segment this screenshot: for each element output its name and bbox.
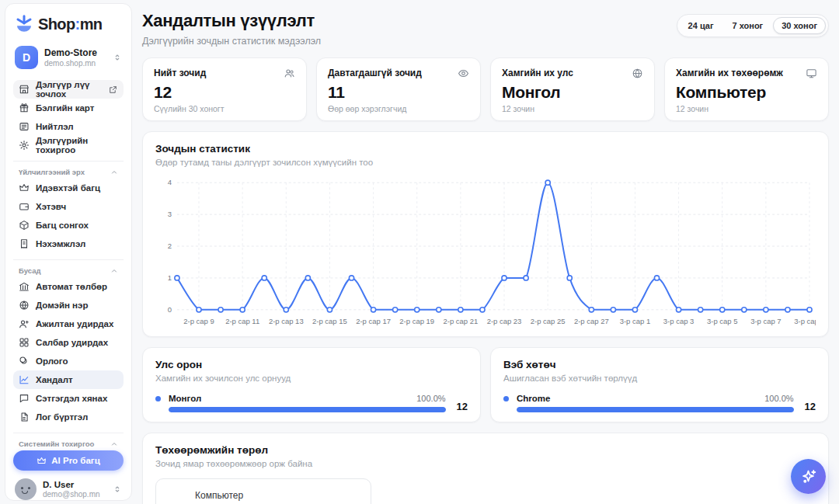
stat-value: 12: [154, 83, 295, 102]
sidebar-item-label: Автомат төлбөр: [36, 282, 107, 291]
store-switcher[interactable]: D Demo-Store demo.shop.mn: [13, 44, 124, 71]
sidebar-item-wallet[interactable]: Хэтэвч: [13, 197, 124, 216]
stat-sub: Сүүлийн 30 хоногт: [154, 104, 295, 113]
globe-icon: [19, 300, 30, 311]
sidebar-item-label: Салбар удирдах: [36, 338, 108, 347]
sidebar-item-active-plan[interactable]: Идэвхтэй багц: [13, 179, 124, 197]
gift-icon: [19, 103, 30, 113]
chevron-up-icon: [110, 440, 118, 448]
crown-icon: [37, 456, 47, 466]
svg-text:3-р сар 9: 3-р сар 9: [794, 317, 816, 325]
browser-row: Chrome 100.0% 12: [503, 393, 816, 412]
svg-text:2-р сар 17: 2-р сар 17: [356, 317, 391, 325]
sidebar-item-review-comments[interactable]: Сэтгэгдэл хянах: [13, 389, 124, 408]
ai-assistant-fab[interactable]: [791, 459, 826, 494]
sparkles-icon: [799, 468, 818, 486]
section-title: Үйлчилгээний эрх: [19, 168, 85, 176]
external-link-icon: [108, 85, 118, 95]
card-title: Төхөөрөмжийн төрөл: [155, 444, 816, 456]
card-subtitle: Ашигласан вэб хөтчийн төрлүүд: [503, 374, 816, 383]
progress-track: [517, 407, 794, 412]
country-name: Монгол: [169, 394, 201, 403]
sidebar-item-label: Хандалт: [36, 375, 73, 384]
device-tile-label: Компьютер: [195, 490, 243, 501]
sidebar-item-income[interactable]: Орлого: [13, 352, 124, 370]
sidebar-item-domain-name[interactable]: Домэйн нэр: [13, 296, 124, 315]
sidebar-item-posts[interactable]: Нийтлэл: [13, 117, 124, 136]
users-icon: [284, 68, 295, 79]
sidebar-item-label: Нэхэмжлэл: [36, 239, 85, 249]
sidebar-item-label: Идэвхтэй багц: [36, 183, 100, 193]
browser-percent: 100.0%: [764, 394, 793, 403]
sidebar-item-manage-staff[interactable]: Ажилтан удирдах: [13, 315, 124, 333]
stat-cards: Нийт зочид 12 Сүүлийн 30 хоногт Давтагда…: [142, 57, 829, 121]
sidebar: Shop:mn D Demo-Store demo.shop.mn Дэлгүү…: [5, 3, 132, 501]
sidebar-item-label: Дэлгүүр лүү зочлох: [36, 80, 102, 99]
svg-text:2-р сар 15: 2-р сар 15: [312, 317, 347, 325]
card-title: Улс орон: [155, 359, 468, 370]
store-domain: demo.shop.mn: [44, 59, 106, 68]
section-header[interactable]: Үйлчилгээний эрх: [13, 166, 124, 179]
user-name: D. User: [43, 480, 106, 489]
stat-card-top-country: Хамгийн их улс Монгол 12 зочин: [490, 57, 655, 121]
globe-icon: [632, 68, 643, 79]
sidebar-item-auto-payment[interactable]: Автомат төлбөр: [13, 277, 124, 296]
stat-sub: Өөр өөр хэрэглэгчид: [328, 104, 469, 113]
stat-label: Хамгийн их төхөөрөмж: [676, 68, 783, 78]
store-name: Demo-Store: [44, 47, 106, 58]
user-email: demo@shop.mn: [43, 490, 106, 499]
brand-logo[interactable]: Shop:mn: [13, 13, 124, 33]
sidebar-item-choose-plan[interactable]: Багц сонгох: [13, 216, 124, 235]
chart-title: Зочдын статистик: [155, 143, 816, 155]
sidebar-item-analytics[interactable]: Хандалт: [13, 370, 124, 389]
user-avatar: [15, 478, 37, 500]
svg-text:2-р сар 19: 2-р сар 19: [399, 317, 434, 325]
ai-pro-label: AI Pro багц: [51, 456, 99, 465]
ai-pro-button[interactable]: AI Pro багц: [13, 450, 124, 471]
sidebar-item-label: Багц сонгох: [36, 221, 89, 230]
stat-value: Компьютер: [676, 83, 817, 102]
device-types-card: Төхөөрөмжийн төрөл Зочид ямар төхөөрөмжө…: [142, 433, 829, 504]
sidebar-item-visit-store[interactable]: Дэлгүүр лүү зочлох: [13, 80, 124, 99]
package-icon: [19, 220, 30, 231]
chevrons-up-down-icon: [113, 485, 122, 494]
svg-text:1: 1: [168, 273, 172, 282]
browser-count: 12: [805, 401, 816, 412]
sidebar-item-gift-cards[interactable]: Бэлгийн карт: [13, 99, 124, 117]
sidebar-item-invoices[interactable]: Нэхэмжлэл: [13, 235, 124, 253]
range-button-24h[interactable]: 24 цаг: [680, 17, 722, 34]
coins-icon: [19, 356, 30, 367]
sidebar-item-logs[interactable]: Лог бүртгэл: [13, 408, 124, 426]
store-avatar: D: [15, 46, 38, 69]
comment-icon: [19, 393, 30, 404]
sidebar-item-label: Хэтэвч: [36, 202, 66, 211]
svg-text:2-р сар 11: 2-р сар 11: [225, 317, 259, 325]
svg-text:0: 0: [168, 305, 172, 314]
sidebar-item-label: Бэлгийн карт: [36, 103, 94, 113]
sidebar-item-manage-branches[interactable]: Салбар удирдах: [13, 333, 124, 352]
section-title: Бусад: [19, 266, 40, 275]
sidebar-item-label: Орлого: [36, 356, 68, 366]
range-button-7d[interactable]: 7 хоног: [724, 17, 772, 34]
bullet-dot: [503, 396, 509, 401]
wallet-icon: [19, 201, 30, 212]
user-plus-icon: [19, 318, 30, 329]
visitors-line-chart[interactable]: 2-р сар 92-р сар 112-р сар 132-р сар 152…: [155, 175, 816, 330]
svg-text:2: 2: [168, 242, 172, 250]
range-button-30d[interactable]: 30 хоног: [773, 17, 826, 34]
card-subtitle: Зочид ямар төхөөрөмжөөр орж байна: [155, 459, 816, 468]
eye-icon: [458, 68, 469, 79]
sidebar-item-store-settings[interactable]: Дэлгүүрийн тохиргоо: [13, 136, 124, 155]
svg-text:3-р сар 3: 3-р сар 3: [663, 317, 694, 325]
user-menu[interactable]: D. User demo@shop.mn: [13, 477, 124, 501]
device-tile-computer[interactable]: Компьютер: [155, 478, 371, 504]
sidebar-section-system: Системийн тохиргоо: [13, 433, 124, 450]
stat-card-total-visitors: Нийт зочид 12 Сүүлийн 30 хоногт: [142, 57, 307, 121]
section-header[interactable]: Бусад: [13, 265, 124, 277]
time-range-selector: 24 цаг 7 хоног 30 хоног: [677, 14, 829, 37]
sidebar-item-label: Нийтлэл: [36, 122, 74, 131]
progress-bar: [169, 407, 446, 412]
svg-text:2-р сар 13: 2-р сар 13: [269, 317, 304, 325]
section-header[interactable]: Системийн тохиргоо: [13, 438, 124, 450]
progress-bar: [517, 407, 794, 412]
